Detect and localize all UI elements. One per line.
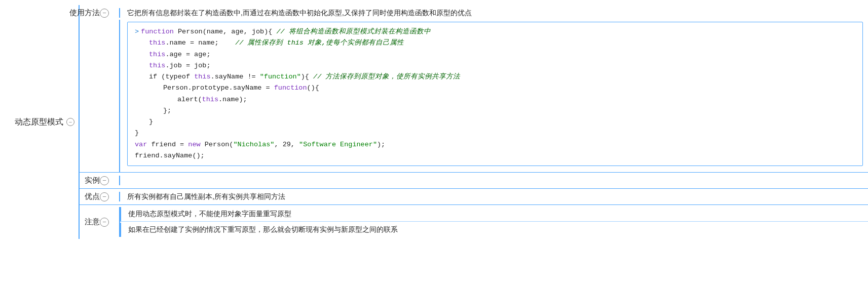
code-line-9: } bbox=[135, 116, 855, 128]
instance-body bbox=[120, 176, 868, 185]
note-label: 注意 bbox=[85, 217, 100, 227]
code-arrow: > bbox=[135, 26, 139, 37]
code-semicolon-brace: }; bbox=[163, 105, 171, 116]
code-string-function: "function" bbox=[260, 71, 301, 83]
page-root: 动态原型模式 − 使用方法 − 它把所有信息都封装在了构造函数中,而通过在构造函… bbox=[0, 0, 868, 287]
usage-label-cell: 使用方法 − bbox=[80, 8, 120, 18]
tree-container: 使用方法 − 它把所有信息都封装在了构造函数中,而通过在构造函数中初始化原型,又… bbox=[79, 5, 868, 239]
usage-collapse[interactable]: − bbox=[100, 9, 109, 18]
usage-code-row: > function Person(name, age, job){ // 将组… bbox=[80, 20, 868, 172]
note-text-1: 使用动态原型模式时，不能使用对象字面量重写原型 bbox=[128, 210, 291, 218]
note-item-1: 使用动态原型模式时，不能使用对象字面量重写原型 bbox=[120, 207, 868, 222]
kw-new: new bbox=[188, 139, 200, 150]
code-line-10: } bbox=[135, 128, 855, 139]
code-line-1: > function Person(name, age, job){ // 将组… bbox=[135, 26, 855, 37]
code-comment-3: // 方法保存到原型对象，使所有实例共享方法 bbox=[313, 71, 460, 83]
code-func-brace: (){ bbox=[307, 83, 319, 94]
code-sayname-check: .sayName != bbox=[211, 71, 260, 83]
section-usage: 使用方法 − 它把所有信息都封装在了构造函数中,而通过在构造函数中初始化原型,又… bbox=[80, 5, 868, 173]
instance-label: 实例 bbox=[85, 176, 100, 185]
note-body: 使用动态原型模式时，不能使用对象字面量重写原型 如果在已经创建了实例的情况下重写… bbox=[120, 207, 868, 237]
kw-this-4: this bbox=[194, 71, 210, 83]
code-age-assign: .age = age; bbox=[165, 49, 210, 60]
note-collapse[interactable]: − bbox=[100, 218, 109, 227]
code-person-sig: Person(name, age, job){ bbox=[174, 26, 277, 37]
kw-this-5: this bbox=[202, 94, 218, 105]
code-line-8: }; bbox=[135, 105, 855, 116]
code-line-3: this .age = age; bbox=[135, 49, 855, 60]
code-prototype-assign: Person.prototype.sayName = bbox=[163, 83, 274, 94]
kw-this-1: this bbox=[149, 37, 165, 49]
kw-var: var bbox=[135, 139, 147, 150]
code-str-nicholas: "Nicholas" bbox=[233, 139, 274, 150]
usage-description: 它把所有信息都封装在了构造函数中,而通过在构造函数中初始化原型,又保持了同时使用… bbox=[127, 9, 472, 17]
kw-this-2: this bbox=[149, 49, 165, 60]
advantage-collapse[interactable]: − bbox=[100, 192, 109, 201]
code-comment-1: // 将组合构造函数和原型模式封装在构造函数中 bbox=[276, 26, 430, 37]
code-job-assign: .job = job; bbox=[165, 60, 210, 71]
code-line-5: if (typeof this .sayName != "function" )… bbox=[135, 71, 855, 83]
code-new-person: Person( bbox=[201, 139, 234, 150]
note-label-cell: 注意 − bbox=[80, 207, 120, 237]
advantage-label: 优点 bbox=[85, 192, 100, 201]
code-line-12: friend.sayName(); bbox=[135, 150, 855, 161]
code-comment-2: // 属性保存到 this 对象,使每个实例都有自己属性 bbox=[235, 37, 404, 49]
usage-code-body: > function Person(name, age, job){ // 将组… bbox=[120, 20, 868, 172]
code-if: if (typeof bbox=[149, 71, 194, 83]
usage-description-cell: 它把所有信息都封装在了构造函数中,而通过在构造函数中初始化原型,又保持了同时使用… bbox=[120, 9, 868, 18]
code-close-if: } bbox=[149, 116, 153, 128]
code-line-4: this .job = job; bbox=[135, 60, 855, 71]
note-text-2: 如果在已经创建了实例的情况下重写原型，那么就会切断现有实例与新原型之间的联系 bbox=[128, 225, 398, 233]
code-closing-paren: ); bbox=[377, 139, 385, 150]
advantage-text: 所有实例都有自己属性副本,所有实例共享相同方法 bbox=[127, 192, 285, 201]
code-alert-close: .name); bbox=[218, 94, 247, 105]
section-instance: 实例 − bbox=[80, 173, 868, 189]
code-comma-29: , 29, bbox=[274, 139, 299, 150]
code-line-6: Person.prototype.sayName = function (){ bbox=[135, 83, 855, 94]
code-close-fn: } bbox=[135, 128, 139, 139]
advantage-body: 所有实例都有自己属性副本,所有实例共享相同方法 bbox=[120, 192, 868, 201]
code-str-engineer: "Software Engineer" bbox=[299, 139, 377, 150]
code-brace-open: ){ bbox=[301, 71, 313, 83]
kw-function-1: function bbox=[141, 26, 174, 37]
note-item-2: 如果在已经创建了实例的情况下重写原型，那么就会切断现有实例与新原型之间的联系 bbox=[120, 223, 868, 237]
code-line-11: var friend = new Person( "Nicholas" , 29… bbox=[135, 139, 855, 150]
section-note: 注意 − 使用动态原型模式时，不能使用对象字面量重写原型 如果在已经创建了实例的… bbox=[80, 205, 868, 239]
code-block: > function Person(name, age, job){ // 将组… bbox=[127, 22, 863, 166]
usage-header-row: 使用方法 − 它把所有信息都封装在了构造函数中,而通过在构造函数中初始化原型,又… bbox=[80, 5, 868, 20]
code-name-assign: .name = name; bbox=[165, 37, 235, 49]
kw-function-2: function bbox=[274, 83, 307, 94]
main-node-label: 动态原型模式 bbox=[15, 117, 63, 128]
main-node-container: 动态原型模式 − bbox=[0, 5, 79, 239]
code-line-2: this .name = name; // 属性保存到 this 对象,使每个实… bbox=[135, 37, 855, 49]
main-node-collapse[interactable]: − bbox=[66, 118, 74, 126]
section-advantage: 优点 − 所有实例都有自己属性副本,所有实例共享相同方法 bbox=[80, 189, 868, 205]
instance-label-cell: 实例 − bbox=[80, 176, 120, 185]
advantage-label-cell: 优点 − bbox=[80, 192, 120, 201]
code-say-name-call: friend.sayName(); bbox=[135, 150, 205, 161]
code-alert: alert( bbox=[177, 94, 202, 105]
code-line-7: alert( this .name); bbox=[135, 94, 855, 105]
usage-code-left-spacer bbox=[80, 20, 120, 172]
kw-this-3: this bbox=[149, 60, 165, 71]
code-var-friend: friend = bbox=[147, 139, 188, 150]
instance-collapse[interactable]: − bbox=[100, 176, 109, 185]
